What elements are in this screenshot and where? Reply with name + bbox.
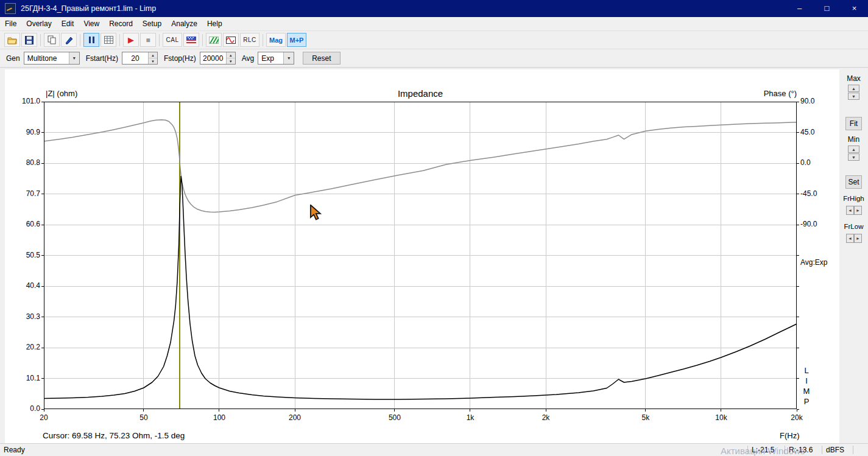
- toolbar-separator: [202, 34, 203, 46]
- pause-button[interactable]: [83, 33, 99, 47]
- fstop-value: 20000: [200, 52, 226, 64]
- axis-tick-label: 60.6: [5, 220, 40, 228]
- gen-label: Gen: [6, 54, 20, 63]
- toolbar: ▶ ■ CAL: [0, 31, 868, 49]
- avg-mode-text: Avg:Exp: [800, 258, 827, 267]
- table-icon: [104, 36, 113, 44]
- menu-view[interactable]: View: [79, 17, 104, 30]
- frlow-right-button[interactable]: ►: [854, 234, 862, 243]
- app-window: 25ГДН-3-4_Правый ремонт1.lim - Limp – □ …: [0, 0, 868, 456]
- min-label: Min: [839, 135, 868, 144]
- limp-letter: I: [802, 376, 811, 386]
- calibrate-label: CAL: [166, 37, 179, 43]
- fstop-down-button[interactable]: ▼: [227, 58, 235, 64]
- fstop-up-button[interactable]: ▲: [227, 52, 235, 58]
- max-up-button[interactable]: ▲: [848, 85, 859, 92]
- frhigh-left-button[interactable]: ◄: [846, 206, 854, 215]
- fstart-spinbox[interactable]: 20 ▲ ▼: [122, 52, 158, 65]
- reset-button[interactable]: Reset: [303, 52, 340, 65]
- fit-button[interactable]: Fit: [845, 117, 862, 130]
- fstop-label: Fstop(Hz): [164, 54, 196, 63]
- oscilloscope-button[interactable]: [223, 33, 239, 47]
- axis-tick-label: 50: [129, 413, 159, 422]
- frlow-label: FrLow: [839, 223, 868, 230]
- chart-area[interactable]: |Z| (ohm) Impedance Phase (°) Avg:Exp L …: [5, 69, 839, 445]
- cursor-readout: Cursor: 69.58 Hz, 75.23 Ohm, -1.5 deg: [43, 431, 185, 440]
- axis-tick-label: 45.0: [800, 128, 814, 136]
- fstop-spinbox[interactable]: 20000 ▲ ▼: [200, 52, 236, 65]
- axis-tick-label: 200: [280, 413, 310, 422]
- flag-button[interactable]: [183, 33, 199, 47]
- rlc-button[interactable]: RLC: [240, 33, 259, 47]
- stop-button[interactable]: ■: [140, 33, 156, 47]
- maximize-button[interactable]: □: [813, 0, 841, 17]
- menu-file[interactable]: File: [0, 17, 21, 30]
- menu-record[interactable]: Record: [104, 17, 138, 30]
- fstart-up-button[interactable]: ▲: [149, 52, 157, 58]
- axis-tick-label: 80.8: [5, 158, 40, 167]
- min-up-button[interactable]: ▲: [848, 146, 859, 153]
- pause-icon: [89, 37, 94, 43]
- open-folder-icon: [7, 36, 17, 44]
- axis-tick-label: 70.7: [5, 189, 40, 198]
- pen-button[interactable]: [61, 33, 77, 47]
- max-down-button[interactable]: ▼: [848, 93, 859, 100]
- limp-letter: P: [802, 396, 811, 407]
- menu-help[interactable]: Help: [202, 17, 227, 30]
- menu-setup[interactable]: Setup: [138, 17, 166, 30]
- generator-value: Multitone: [24, 54, 69, 63]
- axis-tick-label: 500: [379, 413, 410, 422]
- limp-letter: M: [802, 386, 811, 396]
- generator-select[interactable]: Multitone ▾: [24, 52, 80, 65]
- menu-analyze[interactable]: Analyze: [166, 17, 202, 30]
- axis-tick-label: 20.2: [5, 343, 40, 351]
- impedance-plot[interactable]: [44, 102, 797, 409]
- menu-overlay[interactable]: Overlay: [21, 17, 56, 30]
- calibrate-button[interactable]: CAL: [163, 33, 182, 47]
- phase-curve: [44, 120, 797, 212]
- axis-tick-label: -90.0: [800, 220, 817, 228]
- open-file-button[interactable]: [4, 33, 20, 47]
- toolbar-separator: [80, 34, 80, 46]
- axis-tick-label: 5k: [630, 413, 661, 422]
- fstart-value: 20: [122, 52, 148, 64]
- axis-tick-label: 1k: [455, 413, 485, 422]
- y-right-axis-title: Phase (°): [724, 89, 797, 98]
- spectrum-button[interactable]: [206, 33, 222, 47]
- toolbar-separator: [119, 34, 120, 46]
- set-button[interactable]: Set: [845, 175, 862, 189]
- copy-icon: [48, 35, 56, 44]
- impedance-curve: [44, 177, 797, 400]
- window-title: 25ГДН-3-4_Правый ремонт1.lim - Limp: [21, 4, 156, 13]
- fstart-down-button[interactable]: ▼: [149, 58, 157, 64]
- save-icon: [25, 36, 34, 44]
- max-label: Max: [839, 74, 868, 83]
- frlow-left-button[interactable]: ◄: [846, 234, 854, 243]
- axis-tick-label: 0.0: [800, 158, 811, 167]
- axis-tick-label: 90.0: [800, 97, 814, 105]
- copy-button[interactable]: [44, 33, 60, 47]
- axis-tick-label: 100: [204, 413, 235, 422]
- record-button[interactable]: ▶: [123, 33, 139, 47]
- min-down-button[interactable]: ▼: [848, 153, 859, 161]
- oscilloscope-icon: [226, 37, 236, 44]
- menu-edit[interactable]: Edit: [57, 17, 79, 30]
- minimize-button[interactable]: –: [786, 0, 813, 17]
- chevron-down-icon: ▾: [69, 52, 79, 64]
- show-table-button[interactable]: [101, 33, 116, 47]
- app-icon: [5, 3, 16, 14]
- x-axis-title: F(Hz): [780, 431, 800, 440]
- axis-tick-label: -45.0: [800, 189, 817, 198]
- avg-select[interactable]: Exp ▾: [258, 52, 294, 65]
- close-button[interactable]: ×: [841, 0, 868, 17]
- status-text: Ready: [0, 446, 747, 454]
- mag-phase-view-button[interactable]: M+P: [287, 33, 306, 47]
- mag-view-button[interactable]: Mag: [266, 33, 286, 47]
- parameter-bar: Gen Multitone ▾ Fstart(Hz) 20 ▲ ▼ Fstop(…: [0, 49, 868, 68]
- axis-tick-label: 10k: [706, 413, 736, 422]
- axis-tick-label: 20: [29, 413, 59, 422]
- frhigh-right-button[interactable]: ►: [854, 206, 862, 215]
- save-button[interactable]: [21, 33, 37, 47]
- avg-value: Exp: [258, 54, 283, 63]
- titlebar[interactable]: 25ГДН-3-4_Правый ремонт1.lim - Limp – □ …: [0, 0, 868, 17]
